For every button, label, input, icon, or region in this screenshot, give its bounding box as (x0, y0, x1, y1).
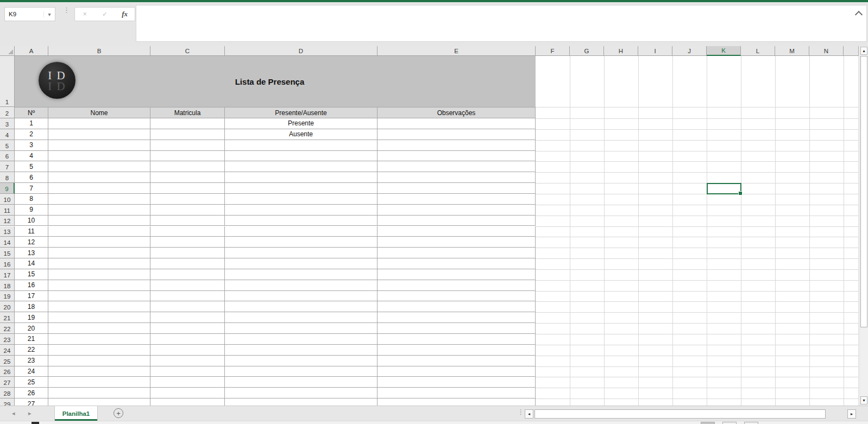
cell-matricula[interactable] (150, 345, 225, 356)
selected-cell-outline[interactable] (707, 183, 741, 194)
cell-nome[interactable] (48, 345, 150, 356)
row-header-9[interactable]: 9 (0, 183, 15, 194)
cell-matricula[interactable] (150, 377, 225, 388)
cell-status[interactable] (225, 323, 378, 334)
cell-matricula[interactable] (150, 388, 225, 398)
cell-obs[interactable] (378, 258, 536, 269)
cell-num[interactable]: 9 (15, 205, 48, 216)
column-header-k[interactable]: K (707, 46, 741, 56)
cell-nome[interactable] (48, 237, 150, 248)
cell-status[interactable] (225, 388, 378, 398)
fill-handle[interactable] (738, 191, 743, 195)
cell-num[interactable]: 24 (15, 366, 48, 377)
cell-obs[interactable] (378, 216, 536, 226)
cell-status[interactable] (225, 280, 378, 291)
cell-nome[interactable] (48, 151, 150, 162)
horizontal-scroll-thumb[interactable] (534, 409, 826, 419)
cell-matricula[interactable] (150, 323, 225, 334)
cell-obs[interactable] (378, 226, 536, 237)
cell-status[interactable] (225, 269, 378, 280)
cell-obs[interactable] (378, 301, 536, 312)
cell-num[interactable]: 14 (15, 258, 48, 269)
row-header-7[interactable]: 7 (0, 161, 15, 172)
cell-matricula[interactable] (150, 356, 225, 366)
cell-matricula[interactable] (150, 258, 225, 269)
cell-nome[interactable] (48, 388, 150, 398)
cell-matricula[interactable] (150, 140, 225, 151)
cell-nome[interactable] (48, 118, 150, 129)
cell-num[interactable]: 11 (15, 226, 48, 237)
cell-obs[interactable] (378, 172, 536, 183)
cell-obs[interactable] (378, 205, 536, 216)
tab-next-icon[interactable]: ▸ (28, 410, 32, 417)
row-header-12[interactable]: 12 (0, 216, 15, 226)
row-header-15[interactable]: 15 (0, 248, 15, 258)
view-page-break-icon[interactable] (744, 422, 758, 424)
row-header-19[interactable]: 19 (0, 291, 15, 302)
cell-matricula[interactable] (150, 398, 225, 406)
row-header-20[interactable]: 20 (0, 301, 15, 312)
cell-obs[interactable] (378, 140, 536, 151)
cell-status[interactable] (225, 183, 378, 194)
cell-status[interactable] (225, 345, 378, 356)
cell-matricula[interactable] (150, 205, 225, 216)
cell-status[interactable] (225, 140, 378, 151)
cell-nome[interactable] (48, 377, 150, 388)
row-header-25[interactable]: 25 (0, 356, 15, 366)
cell-num[interactable]: 21 (15, 334, 48, 345)
scroll-down-icon[interactable]: ▾ (860, 396, 867, 404)
cell-nome[interactable] (48, 291, 150, 302)
row-header-13[interactable]: 13 (0, 226, 15, 237)
cell-obs[interactable] (378, 129, 536, 140)
row-header-17[interactable]: 17 (0, 269, 15, 280)
row-header-22[interactable]: 22 (0, 323, 15, 334)
cell-status[interactable] (225, 172, 378, 183)
cell-matricula[interactable] (150, 269, 225, 280)
column-header-n[interactable]: N (809, 46, 844, 56)
row-header-26[interactable]: 26 (0, 366, 15, 377)
row-header-11[interactable]: 11 (0, 205, 15, 216)
cell-obs[interactable] (378, 291, 536, 302)
cell-obs[interactable] (378, 237, 536, 248)
cell-num[interactable]: 6 (15, 172, 48, 183)
cell-status[interactable] (225, 301, 378, 312)
cell-matricula[interactable] (150, 216, 225, 226)
row-header-1[interactable]: 1 (0, 56, 15, 107)
cell-nome[interactable] (48, 216, 150, 226)
cell-status[interactable] (225, 334, 378, 345)
column-header-h[interactable]: H (604, 46, 638, 56)
cell-matricula[interactable] (150, 226, 225, 237)
cell-nome[interactable] (48, 183, 150, 194)
cell-matricula[interactable] (150, 129, 225, 140)
cell-num[interactable]: 23 (15, 356, 48, 366)
cell-status[interactable] (225, 258, 378, 269)
row-header-21[interactable]: 21 (0, 312, 15, 323)
column-header-a[interactable]: A (15, 46, 48, 56)
cell-num[interactable]: 27 (15, 398, 48, 406)
formula-bar-input[interactable] (136, 5, 867, 42)
add-sheet-icon[interactable]: + (114, 408, 123, 418)
cell-status[interactable] (225, 291, 378, 302)
cell-nome[interactable] (48, 323, 150, 334)
cell-status[interactable] (225, 151, 378, 162)
cell-obs[interactable] (378, 356, 536, 366)
table-header-matricula[interactable]: Matricula (150, 107, 225, 118)
table-header-status[interactable]: Presente/Ausente (225, 107, 378, 118)
tab-prev-icon[interactable]: ◂ (12, 410, 15, 417)
cell-status[interactable] (225, 194, 378, 205)
cell-nome[interactable] (48, 140, 150, 151)
cell-obs[interactable] (378, 334, 536, 345)
cell-num[interactable]: 8 (15, 194, 48, 205)
cell-matricula[interactable] (150, 237, 225, 248)
cell-obs[interactable] (378, 377, 536, 388)
cell-matricula[interactable] (150, 118, 225, 129)
cell-num[interactable]: 22 (15, 345, 48, 356)
insert-function-icon[interactable]: fx (115, 10, 135, 18)
cell-obs[interactable] (378, 323, 536, 334)
cell-num[interactable]: 18 (15, 301, 48, 312)
cell-nome[interactable] (48, 269, 150, 280)
table-header-num[interactable]: Nº (15, 107, 48, 118)
row-header-18[interactable]: 18 (0, 280, 15, 291)
cell-obs[interactable] (378, 366, 536, 377)
column-header-g[interactable]: G (570, 46, 604, 56)
